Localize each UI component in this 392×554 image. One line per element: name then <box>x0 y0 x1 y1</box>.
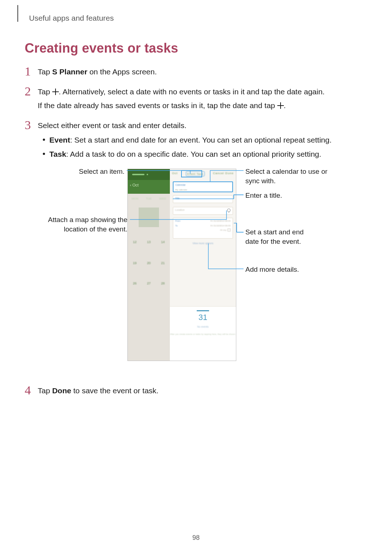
from-label: From <box>175 219 180 223</box>
bullet-event: Event: Set a start and end date for an e… <box>38 134 367 146</box>
figure: ‹ Oct MON TUE WED 12 13 14 <box>38 165 364 368</box>
no-events-label: No events <box>170 325 236 329</box>
cal-week-row[interactable]: 19 20 21 <box>128 254 170 273</box>
view-more-options[interactable]: View more options <box>170 242 236 246</box>
step-body: Tap S Planner on the Apps screen. <box>38 66 367 78</box>
bullet-dot-icon <box>43 139 45 141</box>
cal-day[interactable]: 26 <box>133 281 136 286</box>
text: . Alternatively, select a date with no e… <box>59 87 325 96</box>
cal-month-indicator <box>147 174 148 175</box>
text: Tap <box>38 67 52 76</box>
text: . <box>284 101 286 110</box>
text: : Add a task to do on a specific date. Y… <box>66 150 321 158</box>
callout-attach-map: Attach a map showing the location of the… <box>46 215 127 234</box>
title-input[interactable]: Title <box>173 195 233 203</box>
cal-month-indicator <box>132 174 144 175</box>
step-number: 3 <box>25 119 38 131</box>
to-value: Fri 31/10/2014 09:00 <box>211 224 230 227</box>
plus-icon <box>277 102 284 109</box>
month-chip: Oct <box>172 171 177 178</box>
cal-day[interactable]: 20 <box>147 261 151 266</box>
to-label: To <box>175 224 177 227</box>
callout-set-date: Set a start and end date for the event. <box>245 227 318 246</box>
field-placeholder: Location <box>173 207 233 213</box>
phone-screenshot: ‹ Oct MON TUE WED 12 13 14 <box>127 169 236 361</box>
field-value: My calendar <box>173 188 232 192</box>
selected-date-display: 31 <box>197 310 209 324</box>
step-number: 2 <box>25 85 38 98</box>
date-range-picker[interactable]: FromFri 31/10/2014 08:00 ToFri 31/10/201… <box>173 218 233 239</box>
step-body: Tap Done to save the event or task. <box>38 385 367 397</box>
plus-icon <box>52 89 59 95</box>
bullet-label: Task <box>49 150 66 158</box>
step-2: 2 Tap . Alternatively, select a date wit… <box>25 86 367 112</box>
field-label: Calendar <box>173 182 232 188</box>
cal-day[interactable]: 27 <box>147 281 151 286</box>
from-value: Fri 31/10/2014 08:00 <box>211 219 230 223</box>
step-1: 1 Tap S Planner on the Apps screen. <box>25 66 367 78</box>
callout-add-more: Add more details. <box>245 265 299 274</box>
cancel-done-buttons[interactable]: Cancel Done <box>213 171 234 178</box>
calendar-selector[interactable]: Calendar My calendar <box>173 181 233 192</box>
cal-day[interactable]: 14 <box>161 240 165 245</box>
cal-day[interactable]: 13 <box>147 240 151 245</box>
cal-day[interactable]: 12 <box>133 240 136 245</box>
cal-day[interactable]: 28 <box>161 281 165 286</box>
step-body: Tap . Alternatively, select a date with … <box>38 86 367 112</box>
page-number: 98 <box>0 534 392 542</box>
all-day-checkbox[interactable] <box>228 229 230 231</box>
chapter-title: Useful apps and features <box>29 14 367 22</box>
hint-text: After you create events or tasks by tapp… <box>170 333 236 336</box>
done-label: Done <box>52 386 72 395</box>
map-pin-icon[interactable] <box>227 209 230 213</box>
all-day-label: All day <box>220 229 226 231</box>
text: to save the event or task. <box>71 386 158 395</box>
callout-enter-title: Enter a title. <box>245 191 282 200</box>
bullet-dot-icon <box>43 153 45 155</box>
text: Tap <box>38 87 52 96</box>
callout-select-calendar: Select a calendar to use or sync with. <box>245 167 340 185</box>
text: : Set a start and end date for an event.… <box>70 136 331 144</box>
bullet-label: Event <box>49 136 70 144</box>
step-number: 1 <box>25 65 38 78</box>
text: If the date already has saved events or … <box>38 101 277 110</box>
cal-day[interactable]: 21 <box>161 261 165 266</box>
step-number: 4 <box>25 384 38 397</box>
text: on the Apps screen. <box>87 67 157 76</box>
cal-week-row[interactable] <box>128 198 170 217</box>
step-4: 4 Tap Done to save the event or task. <box>25 385 367 397</box>
location-input[interactable]: Location <box>173 207 233 215</box>
text: Select either event or task and enter de… <box>38 120 367 132</box>
page-side-tick <box>17 5 18 22</box>
cal-week-row[interactable] <box>128 289 170 306</box>
text: Tap <box>38 386 52 395</box>
back-button[interactable]: ‹ Oct <box>130 182 139 188</box>
section-title: Creating events or tasks <box>25 41 367 56</box>
bullet-task: Task: Add a task to do on a specific dat… <box>38 148 367 160</box>
field-label: Title <box>173 196 233 202</box>
step-3: 3 Select either event or task and enter … <box>25 120 367 377</box>
app-name: S Planner <box>52 67 87 76</box>
callout-select-item: Select an item. <box>77 167 124 176</box>
highlight-event-task <box>181 170 202 177</box>
cal-day[interactable]: 19 <box>133 261 136 266</box>
step-body: Select either event or task and enter de… <box>38 120 367 377</box>
cal-week-row[interactable]: 12 13 14 <box>128 233 170 252</box>
